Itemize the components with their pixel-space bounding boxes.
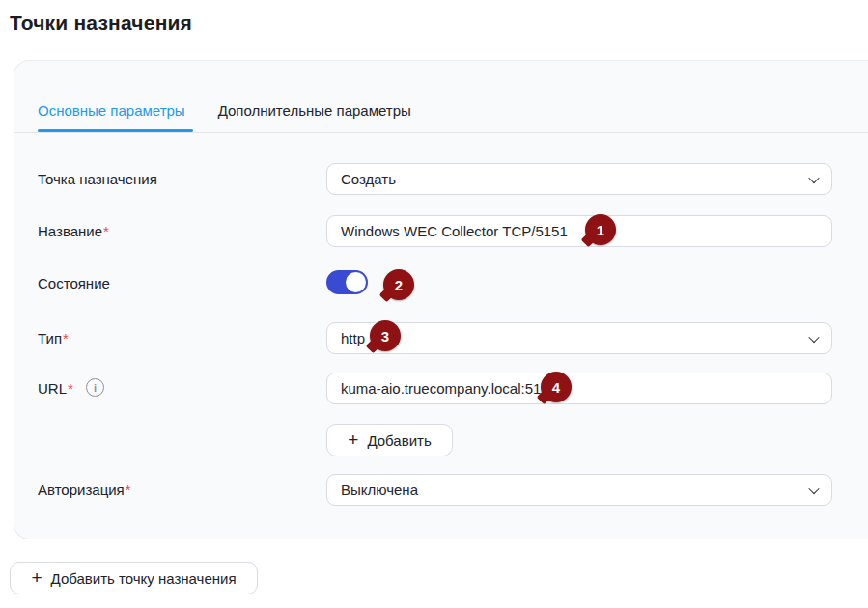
label-authorization-text: Авторизация (38, 482, 125, 498)
toggle-knob (346, 272, 366, 292)
active-tab-underline (38, 129, 193, 132)
page-title: Точки назначения (10, 12, 192, 35)
page: Точки назначения Основные параметры Допо… (0, 0, 868, 608)
name-input[interactable] (326, 215, 832, 247)
label-state-text: Состояние (38, 275, 110, 291)
add-url-button-label: Добавить (367, 432, 431, 449)
chevron-down-icon (808, 483, 819, 493)
add-destination-button-label: Добавить точку назначения (51, 570, 237, 587)
label-destination-text: Точка назначения (38, 171, 157, 187)
required-marker: * (103, 223, 109, 239)
destination-card: Основные параметры Дополнительные параме… (14, 60, 868, 539)
url-input[interactable] (326, 373, 832, 404)
label-url: URL* (38, 380, 73, 397)
annotation-badge-3: 3 (370, 320, 401, 351)
tab-additional-parameters[interactable]: Дополнительные параметры (218, 102, 411, 119)
destination-select-value: Создать (341, 171, 396, 187)
label-authorization: Авторизация* (38, 482, 131, 498)
type-select[interactable]: http (326, 322, 832, 354)
required-marker: * (126, 482, 131, 498)
required-marker: * (68, 380, 73, 397)
tab-bar: Основные параметры Дополнительные параме… (38, 91, 411, 129)
info-icon[interactable]: i (86, 378, 104, 397)
annotation-badge-4: 4 (541, 372, 572, 402)
label-type: Тип* (38, 330, 69, 346)
chevron-down-icon (808, 172, 819, 182)
label-url-text: URL (38, 380, 67, 397)
tab-main-parameters[interactable]: Основные параметры (38, 102, 185, 119)
state-toggle[interactable] (326, 270, 368, 294)
required-marker: * (63, 330, 69, 346)
authorization-select[interactable]: Выключена (326, 474, 832, 506)
annotation-badge-1: 1 (585, 214, 616, 245)
label-type-text: Тип (38, 330, 62, 346)
tab-divider (14, 132, 868, 133)
chevron-down-icon (808, 331, 819, 342)
plus-icon: + (31, 568, 42, 587)
type-select-value: http (341, 330, 365, 346)
label-destination: Точка назначения (38, 171, 157, 187)
annotation-badge-2: 2 (383, 269, 414, 300)
label-name: Название* (38, 223, 109, 239)
label-state: Состояние (38, 275, 110, 291)
add-destination-button[interactable]: + Добавить точку назначения (10, 562, 258, 594)
plus-icon: + (348, 430, 358, 449)
add-url-button[interactable]: + Добавить (326, 424, 453, 456)
label-name-text: Название (38, 223, 102, 239)
destination-select[interactable]: Создать (326, 163, 832, 195)
authorization-select-value: Выключена (341, 482, 418, 498)
